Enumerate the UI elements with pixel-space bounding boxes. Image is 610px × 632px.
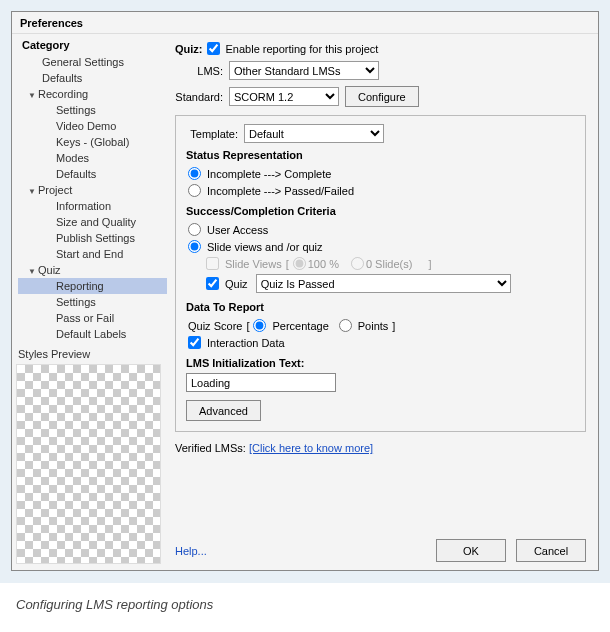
dialog-title: Preferences: [12, 12, 598, 34]
score-points-label: Points: [358, 320, 389, 332]
ok-button[interactable]: OK: [436, 539, 506, 562]
help-link[interactable]: Help...: [175, 545, 207, 557]
sidebar-item-modes[interactable]: Modes: [18, 150, 167, 166]
criteria-user-access-label: User Access: [207, 224, 268, 236]
slide-views-count-label: 0 Slide(s): [366, 258, 412, 270]
slide-views-percent-radio: [293, 257, 306, 270]
enable-reporting-checkbox[interactable]: [207, 42, 220, 55]
criteria-user-access-radio[interactable]: [188, 223, 201, 236]
criteria-heading: Success/Completion Criteria: [186, 205, 575, 217]
status-incomplete-complete-label: Incomplete ---> Complete: [207, 168, 331, 180]
score-points-radio[interactable]: [339, 319, 352, 332]
sidebar-item-keys-global[interactable]: Keys - (Global): [18, 134, 167, 150]
interaction-data-checkbox[interactable]: [188, 336, 201, 349]
category-sidebar: Category General Settings Defaults Recor…: [12, 34, 167, 570]
template-label: Template:: [186, 128, 244, 140]
enable-reporting-label: Enable reporting for this project: [226, 43, 379, 55]
standard-label: Standard:: [175, 91, 229, 103]
quiz-criteria-checkbox[interactable]: [206, 277, 219, 290]
score-percentage-radio[interactable]: [253, 319, 266, 332]
quiz-reporting-panel: Quiz: Enable reporting for this project …: [167, 34, 598, 570]
lms-select[interactable]: Other Standard LMSs: [229, 61, 379, 80]
sidebar-group-quiz[interactable]: Quiz: [18, 262, 167, 278]
styles-preview: [16, 364, 161, 564]
sidebar-item-video-demo[interactable]: Video Demo: [18, 118, 167, 134]
sidebar-item-reporting[interactable]: Reporting: [18, 278, 167, 294]
sidebar-group-recording[interactable]: Recording: [18, 86, 167, 102]
sidebar-item-rec-settings[interactable]: Settings: [18, 102, 167, 118]
verified-lms-text: Verified LMSs: [Click here to know more]: [175, 442, 586, 454]
standard-select[interactable]: SCORM 1.2: [229, 87, 339, 106]
styles-preview-label: Styles Preview: [12, 342, 167, 364]
criteria-slide-quiz-radio[interactable]: [188, 240, 201, 253]
sidebar-item-rec-defaults[interactable]: Defaults: [18, 166, 167, 182]
quiz-score-label: Quiz Score: [188, 320, 242, 332]
quiz-criteria-select[interactable]: Quiz Is Passed: [256, 274, 511, 293]
reporting-details-panel: Template: Default Status Representation …: [175, 115, 586, 432]
advanced-button[interactable]: Advanced: [186, 400, 261, 421]
lms-label: LMS:: [175, 65, 229, 77]
quiz-criteria-label: Quiz: [225, 278, 248, 290]
quiz-heading: Quiz:: [175, 43, 207, 55]
status-passed-failed-radio[interactable]: [188, 184, 201, 197]
sidebar-item-publish-settings[interactable]: Publish Settings: [18, 230, 167, 246]
sidebar-item-size-quality[interactable]: Size and Quality: [18, 214, 167, 230]
slide-views-count-radio: [351, 257, 364, 270]
sidebar-item-default-labels[interactable]: Default Labels: [18, 326, 167, 342]
lms-init-text-input[interactable]: [186, 373, 336, 392]
sidebar-item-start-end[interactable]: Start and End: [18, 246, 167, 262]
category-tree: General Settings Defaults Recording Sett…: [12, 54, 167, 342]
preferences-dialog: Preferences Category General Settings De…: [11, 11, 599, 571]
lms-init-heading: LMS Initialization Text:: [186, 357, 575, 369]
template-select[interactable]: Default: [244, 124, 384, 143]
slide-views-percent-label: 100 %: [308, 258, 339, 270]
configure-button[interactable]: Configure: [345, 86, 419, 107]
sidebar-item-defaults[interactable]: Defaults: [18, 70, 167, 86]
sidebar-item-quiz-settings[interactable]: Settings: [18, 294, 167, 310]
sidebar-item-information[interactable]: Information: [18, 198, 167, 214]
sidebar-item-pass-fail[interactable]: Pass or Fail: [18, 310, 167, 326]
score-percentage-label: Percentage: [272, 320, 328, 332]
interaction-data-label: Interaction Data: [207, 337, 285, 349]
status-rep-heading: Status Representation: [186, 149, 575, 161]
status-passed-failed-label: Incomplete ---> Passed/Failed: [207, 185, 354, 197]
status-incomplete-complete-radio[interactable]: [188, 167, 201, 180]
figure-caption: Configuring LMS reporting options: [0, 583, 610, 612]
cancel-button[interactable]: Cancel: [516, 539, 586, 562]
category-heading: Category: [12, 36, 167, 54]
criteria-slide-quiz-label: Slide views and /or quiz: [207, 241, 323, 253]
sidebar-group-project[interactable]: Project: [18, 182, 167, 198]
sidebar-item-general-settings[interactable]: General Settings: [18, 54, 167, 70]
verified-lms-link[interactable]: [Click here to know more]: [249, 442, 373, 454]
slide-views-checkbox[interactable]: [206, 257, 219, 270]
slide-views-label: Slide Views: [225, 258, 282, 270]
data-to-report-heading: Data To Report: [186, 301, 575, 313]
